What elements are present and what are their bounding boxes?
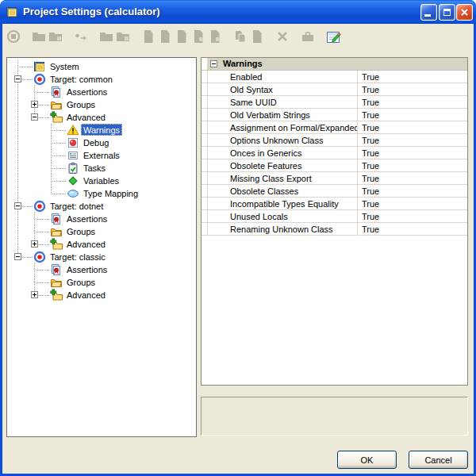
tree-view[interactable]: SystemTarget: commonAssertionsGroupsAdva…: [6, 57, 197, 437]
property-row[interactable]: Obsolete FeaturesTrue: [202, 159, 467, 172]
cancel-button[interactable]: Cancel: [409, 451, 468, 469]
new-doc-1-button[interactable]: [140, 29, 156, 44]
tree-expander-plus-icon[interactable]: [31, 240, 38, 248]
tree-item-label: Groups: [64, 225, 98, 237]
tree-item-advanced[interactable]: Advanced: [7, 238, 196, 251]
property-name: Incompatible Types Equality: [208, 198, 358, 209]
tree-guide-line: [17, 213, 18, 225]
property-value[interactable]: True: [358, 159, 467, 171]
tree-item-target-classic[interactable]: Target: classic: [7, 251, 196, 263]
warnings-icon: [67, 124, 79, 136]
tree-expander-minus-icon[interactable]: [14, 253, 21, 260]
tree-item-warnings[interactable]: Warnings: [7, 124, 196, 136]
new-doc-3-button[interactable]: [174, 29, 190, 44]
minimize-icon: [424, 14, 431, 17]
description-panel: [201, 397, 468, 436]
tree-expander-minus-icon[interactable]: [14, 75, 21, 83]
property-row[interactable]: Options Unknown ClassTrue: [202, 134, 467, 147]
new-doc-2-button[interactable]: [157, 29, 173, 44]
copy-folder-button[interactable]: [98, 29, 114, 44]
property-value[interactable]: True: [358, 134, 467, 146]
property-row[interactable]: Unused LocalsTrue: [202, 210, 467, 223]
tree-item-groups[interactable]: Groups: [7, 276, 196, 289]
groups-icon: [50, 276, 63, 289]
property-value[interactable]: True: [358, 210, 467, 222]
property-value[interactable]: True: [358, 96, 467, 108]
tree-item-assertions[interactable]: Assertions: [7, 263, 196, 276]
type-mapping-icon: [67, 187, 79, 200]
new-doc-5-button[interactable]: [207, 29, 223, 44]
tree-item-externals[interactable]: Externals: [7, 149, 196, 162]
category-collapse-icon[interactable]: [210, 60, 217, 67]
property-value[interactable]: True: [358, 198, 467, 209]
property-value[interactable]: True: [358, 121, 467, 133]
tree-guide-line: [17, 238, 18, 251]
new-doc-4-button[interactable]: [190, 29, 206, 44]
edit-icon: [325, 29, 341, 44]
tree-item-debug[interactable]: Debug: [7, 136, 196, 149]
tree-expander-plus-icon[interactable]: [31, 101, 38, 108]
tree-item-target-dotnet[interactable]: Target: dotnet: [7, 200, 196, 213]
property-row[interactable]: Missing Class ExportTrue: [202, 172, 467, 185]
property-row[interactable]: Incompatible Types EqualityTrue: [202, 198, 467, 210]
tree-item-advanced[interactable]: Advanced: [7, 289, 196, 301]
delete-button[interactable]: [274, 29, 290, 44]
new-doc-1-icon: [140, 29, 156, 44]
tree-connector: [51, 168, 66, 169]
copy-doc-button[interactable]: [232, 29, 248, 44]
category-label: Warnings: [223, 58, 263, 70]
debug-icon: [67, 136, 79, 149]
tree-item-assertions[interactable]: Assertions: [7, 213, 196, 225]
property-value[interactable]: True: [358, 185, 467, 197]
property-row[interactable]: EnabledTrue: [202, 71, 467, 83]
paste-doc-button[interactable]: [249, 29, 265, 44]
tree-item-advanced[interactable]: Advanced: [7, 111, 196, 124]
advanced-icon: [50, 238, 63, 251]
property-row[interactable]: Renaming Unknown ClassTrue: [202, 223, 467, 236]
tree-item-system[interactable]: System: [7, 60, 196, 73]
property-row[interactable]: Old SyntaxTrue: [202, 83, 467, 96]
stop-button[interactable]: [6, 29, 21, 44]
tree-item-tasks[interactable]: Tasks: [7, 162, 196, 175]
paste-doc-icon: [249, 29, 265, 44]
tree-item-type-mapping[interactable]: Type Mapping: [7, 187, 196, 200]
tree-connector: [17, 67, 33, 67]
assertions-icon: [50, 86, 63, 98]
tree-item-assertions[interactable]: Assertions: [7, 86, 196, 98]
tree-expander-plus-icon[interactable]: [31, 291, 38, 298]
property-value[interactable]: True: [358, 223, 467, 235]
edit-button[interactable]: [325, 29, 341, 44]
window-title: Project Settings (calculator): [23, 0, 160, 24]
tree-item-label: Assertions: [64, 213, 109, 225]
property-value[interactable]: True: [358, 83, 467, 95]
minimize-button[interactable]: [420, 4, 437, 21]
titlebar[interactable]: Project Settings (calculator): [0, 0, 476, 24]
rename-button[interactable]: [73, 29, 89, 44]
tree-item-groups[interactable]: Groups: [7, 225, 196, 238]
tree-item-target-common[interactable]: Target: common: [7, 73, 196, 86]
close-button[interactable]: [456, 4, 473, 21]
property-row[interactable]: Same UUIDTrue: [202, 96, 467, 109]
new-folder-button[interactable]: [31, 29, 47, 44]
property-row[interactable]: Onces in GenericsTrue: [202, 147, 467, 159]
property-value[interactable]: True: [358, 109, 467, 121]
property-row[interactable]: Obsolete ClassesTrue: [202, 185, 467, 198]
property-value[interactable]: True: [358, 71, 467, 83]
import-button[interactable]: [300, 29, 316, 44]
property-row[interactable]: Old Verbatim StringsTrue: [202, 109, 467, 121]
tree-expander-minus-icon[interactable]: [31, 113, 38, 121]
tree-item-variables[interactable]: Variables: [7, 175, 196, 187]
property-value[interactable]: True: [358, 172, 467, 184]
tree-item-groups[interactable]: Groups: [7, 98, 196, 111]
rename-icon: [73, 29, 89, 44]
tree-expander-minus-icon[interactable]: [14, 202, 21, 209]
edit-folder-button[interactable]: [48, 29, 63, 44]
import-icon: [300, 29, 316, 44]
maximize-button[interactable]: [439, 4, 455, 21]
ok-button[interactable]: OK: [337, 451, 397, 469]
property-grid[interactable]: Warnings EnabledTrueOld SyntaxTrueSame U…: [201, 57, 468, 386]
move-folder-button[interactable]: [115, 29, 131, 44]
property-row[interactable]: Assignment on Formal/ExpandedTrue: [202, 121, 467, 134]
category-header[interactable]: Warnings: [202, 58, 467, 71]
property-value[interactable]: True: [358, 147, 467, 159]
